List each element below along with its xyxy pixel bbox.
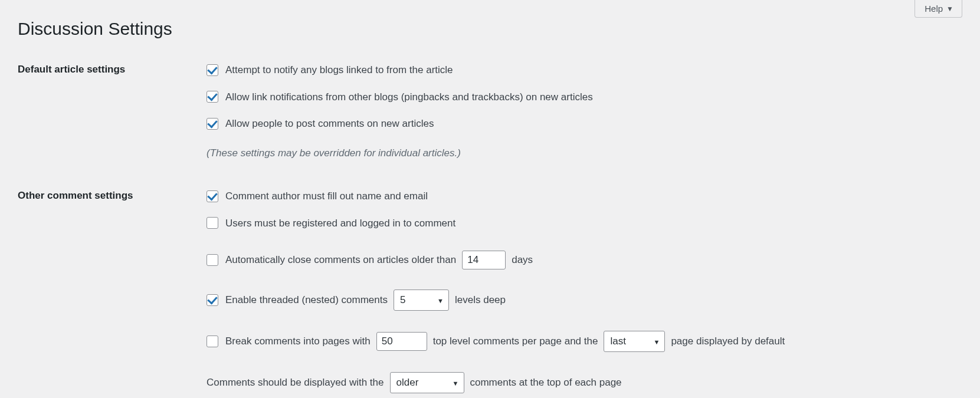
- allow-comments-checkbox[interactable]: [207, 118, 218, 130]
- notify-linked-checkbox[interactable]: [207, 64, 218, 76]
- notify-linked-option[interactable]: Attempt to notify any blogs linked to fr…: [207, 63, 453, 78]
- paginate-prefix: Break comments into pages with: [225, 334, 371, 349]
- override-hint: (These settings may be overridden for in…: [207, 146, 461, 161]
- section-heading-default-article: Default article settings: [18, 63, 207, 189]
- auto-close-days-input[interactable]: [462, 251, 506, 269]
- auto-close-option[interactable]: Automatically close comments on articles…: [207, 252, 456, 268]
- require-registered-option[interactable]: Users must be registered and logged in t…: [207, 216, 455, 231]
- notify-linked-label: Attempt to notify any blogs linked to fr…: [225, 63, 453, 78]
- threaded-suffix: levels deep: [455, 292, 506, 308]
- allow-pingbacks-checkbox[interactable]: [207, 91, 218, 103]
- page-title: Discussion Settings: [0, 0, 980, 39]
- paginate-per-page-input[interactable]: [376, 332, 427, 351]
- threaded-levels-select[interactable]: 5 ▼: [394, 290, 449, 311]
- allow-comments-option[interactable]: Allow people to post comments on new art…: [207, 116, 434, 131]
- chevron-down-icon: ▼: [437, 296, 444, 306]
- order-prefix: Comments should be displayed with the: [207, 375, 384, 390]
- threaded-prefix: Enable threaded (nested) comments: [225, 292, 388, 308]
- require-name-email-label: Comment author must fill out name and em…: [225, 189, 428, 204]
- paginate-option[interactable]: Break comments into pages with: [207, 334, 371, 349]
- paginate-default-page-select[interactable]: last ▼: [604, 331, 665, 352]
- chevron-down-icon: ▼: [946, 5, 953, 13]
- require-name-email-option[interactable]: Comment author must fill out name and em…: [207, 189, 428, 204]
- order-suffix: comments at the top of each page: [470, 375, 622, 390]
- paginate-suffix: page displayed by default: [671, 334, 785, 349]
- help-label: Help: [925, 4, 943, 14]
- require-name-email-checkbox[interactable]: [207, 190, 218, 202]
- section-heading-other-comment: Other comment settings: [18, 189, 207, 398]
- require-registered-label: Users must be registered and logged in t…: [225, 216, 455, 231]
- allow-pingbacks-option[interactable]: Allow link notifications from other blog…: [207, 90, 593, 105]
- chevron-down-icon: ▼: [654, 337, 660, 347]
- paginate-checkbox[interactable]: [207, 335, 218, 347]
- auto-close-suffix: days: [512, 252, 533, 268]
- order-select[interactable]: older ▼: [390, 372, 464, 393]
- order-value: older: [396, 375, 419, 390]
- allow-pingbacks-label: Allow link notifications from other blog…: [225, 90, 593, 105]
- allow-comments-label: Allow people to post comments on new art…: [225, 116, 434, 131]
- chevron-down-icon: ▼: [453, 379, 459, 389]
- threaded-checkbox[interactable]: [207, 294, 218, 306]
- require-registered-checkbox[interactable]: [207, 217, 218, 229]
- threaded-levels-value: 5: [400, 292, 405, 308]
- help-tab[interactable]: Help ▼: [915, 0, 962, 18]
- auto-close-prefix: Automatically close comments on articles…: [225, 252, 456, 268]
- auto-close-checkbox[interactable]: [207, 254, 218, 266]
- paginate-default-page-value: last: [610, 334, 625, 349]
- threaded-option[interactable]: Enable threaded (nested) comments: [207, 292, 388, 308]
- paginate-mid: top level comments per page and the: [433, 334, 598, 349]
